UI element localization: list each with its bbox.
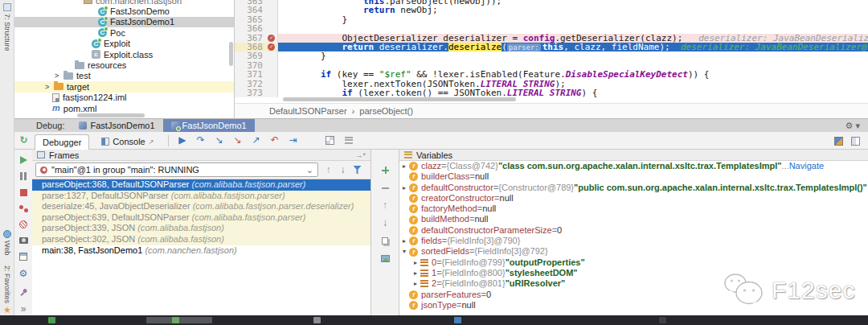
variable-row[interactable]: ▸ffields = {FieldInfo[3]@790} [399,236,868,246]
code-line-371[interactable]: 371 if (key == "$ref" && !lexer.isEnable… [235,70,868,79]
frame-down-button[interactable]: ↓ [337,164,349,176]
thread-selector[interactable]: "main"@1 in group "main": RUNNING ⌄ [35,162,318,177]
debug-settings-gear[interactable]: ⚙ ▾ [845,119,860,132]
restore-layout-button[interactable] [18,252,30,261]
step-into-icon[interactable]: ↘ [213,134,225,146]
structure-tool-tab[interactable]: 7: Structure [0,3,14,51]
code-line-370[interactable]: 370 [235,61,868,70]
tab-console[interactable]: Console ↗ [94,134,161,150]
mute-breakpoints-button[interactable] [18,220,30,229]
breadcrumb-method[interactable]: parseObject() [359,106,413,116]
code-line-367[interactable]: 367✓ ObjectDeserializer deserializer = c… [235,34,868,43]
taskbar-app-icon[interactable] [659,317,666,323]
chevron-right-icon[interactable]: > [45,83,51,91]
hide-frames-icon[interactable]: →* [355,151,366,159]
taskbar-app-icon[interactable] [454,317,461,323]
frame-row[interactable]: parseObject:339, JSON (com.alibaba.fastj… [32,223,371,234]
debug-session-tab-1[interactable]: FastJsonDemo1 [71,119,162,132]
chevron-right-icon[interactable]: ▸ [411,268,420,278]
chevron-right-icon[interactable]: ▸ [399,183,409,193]
chevron-right-icon[interactable]: ▸ [411,278,420,289]
chevron-down-icon[interactable]: ▾ [399,246,409,257]
variable-row[interactable]: ▸1 = {FieldInfo@800} "stylesheetDOM" [399,268,868,278]
frame-row[interactable]: parseObject:302, JSON (com.alibaba.fastj… [32,234,371,245]
evaluate-expression-icon[interactable] [324,134,336,146]
breakpoint-icon[interactable]: ✓ [268,43,275,51]
code-editor[interactable]: 363 this.parseObject(newObj));364 return… [235,0,868,118]
tree-item-exploit[interactable]: CExploit [14,39,234,49]
variable-row[interactable]: fbuildMethod = null [399,214,868,224]
debug-session-tab-2-active[interactable]: FastJsonDemo1 [163,119,255,132]
variable-row[interactable]: ffactoryMethod = null [399,204,868,214]
run-to-cursor-icon[interactable]: ⇥ [287,134,299,146]
code-line-365[interactable]: 365 } [235,15,868,24]
variable-row[interactable]: fjsonType = null [399,300,868,311]
resume-button[interactable] [18,156,30,165]
rerun-icon[interactable]: ↻ [18,134,30,146]
favorites-tool-tab[interactable]: 2: Favorites ★ [0,265,14,314]
restore-layout-icon[interactable] [833,135,845,147]
breakpoint-icon[interactable]: ✓ [268,35,275,42]
code-line-366[interactable]: 366 [235,24,868,33]
variable-row[interactable]: ▸2 = {FieldInfo@801} "uRIResolver" [399,278,868,289]
variable-row[interactable]: ▸0 = {FieldInfo@799} "outputProperties" [399,257,868,268]
taskbar-app-icon[interactable] [172,317,179,323]
frame-row[interactable]: parseObject:368, DefaultJSONParser (com.… [32,179,371,191]
next-frame-button[interactable]: ↓ [379,217,391,229]
tree-item-fastjson1224-iml[interactable]: fastjson1224.iml [14,93,234,103]
code-line-372[interactable]: 372 lexer.nextToken(JSONToken.LITERAL_ST… [235,80,868,88]
frame-row[interactable]: main:38, FastJsonDemo1 (com.nanchen.fast… [32,245,371,257]
add-watch-button[interactable] [379,164,391,176]
show-execution-point-icon[interactable]: ▶ [176,134,188,146]
drop-frame-icon[interactable]: ↶ [268,134,280,146]
variable-row[interactable]: ▾fsortedFields = {FieldInfo[3]@792} [399,246,868,257]
step-over-icon[interactable]: ↷ [194,134,207,146]
filter-frames-button[interactable] [351,164,363,176]
tree-item-fastjsondemo1[interactable]: CFastJsonDemo1 [14,17,234,27]
tree-horizontal-scrollbar[interactable] [77,113,145,117]
chevron-right-icon[interactable]: ▸ [411,257,420,268]
settings-lines-icon[interactable] [342,134,354,146]
variable-row[interactable]: fcreatorConstructor = null [399,193,868,204]
thread-dump-button[interactable] [18,236,30,245]
chevron-right-icon[interactable]: ▸ [399,161,409,171]
web-tool-tab[interactable]: Web [0,230,14,255]
cell-view-icon[interactable] [850,135,862,147]
code-line-373[interactable]: 373 if (lexer.token() == JSONToken.LITER… [235,88,868,97]
tab-debugger[interactable]: Debugger [35,134,89,150]
tree-item-com-nanchen-fastjson[interactable]: com.nanchen.fastjson [14,0,234,6]
tree-item-poc[interactable]: CPoc [14,27,234,38]
pin-tab-button[interactable] [18,287,30,296]
step-out-icon[interactable]: ↗ [250,134,262,146]
taskbar-active-app[interactable] [146,317,212,323]
code-line-368[interactable]: 368✓ return deserializer.deserialze(pars… [235,43,868,51]
force-step-into-icon[interactable]: ↘ [231,134,244,146]
tree-vertical-scrollbar[interactable] [229,42,233,66]
variable-row[interactable]: ▸fdefaultConstructor = {Constructor@789}… [399,183,868,193]
tree-item-resources[interactable]: resources [14,60,234,70]
chevron-right-icon[interactable]: > [55,72,60,80]
stop-button[interactable] [18,188,30,197]
variable-row[interactable]: ▸fclazz = {Class@742} "class com.sun.org… [399,161,868,171]
settings-gear-button[interactable]: ⚙ [18,268,30,280]
taskbar-app-icon[interactable] [313,317,321,323]
tree-item-target[interactable]: >target [14,81,234,92]
taskbar-app-icon[interactable] [48,317,55,323]
tree-item-test[interactable]: >test [14,71,234,81]
tree-item-pom-xml[interactable]: mpom.xml [14,103,234,113]
frame-row[interactable]: parseObject:639, DefaultJSONParser (com.… [32,212,371,224]
copy-stack-button[interactable] [379,235,391,247]
pause-button[interactable] [18,172,30,181]
variable-row[interactable]: fdefaultConstructorParameterSize = 0 [399,225,868,236]
frame-up-button[interactable]: ↑ [322,164,334,176]
chevron-right-icon[interactable]: ▸ [399,236,409,246]
editor-horizontal-scrollbar[interactable] [283,97,516,101]
breadcrumb-class[interactable]: DefaultJSONParser [269,106,347,116]
more-options-button[interactable]: » [18,303,30,315]
view-breakpoints-button[interactable] [18,204,30,213]
frame-row[interactable]: parse:1327, DefaultJSONParser (com.aliba… [32,191,371,202]
code-line-369[interactable]: 369 } [235,51,868,60]
navigate-link[interactable]: Navigate [789,161,824,171]
variable-row[interactable]: fbuilderClass = null [399,171,868,182]
code-line-364[interactable]: 364 return newObj; [235,6,868,14]
